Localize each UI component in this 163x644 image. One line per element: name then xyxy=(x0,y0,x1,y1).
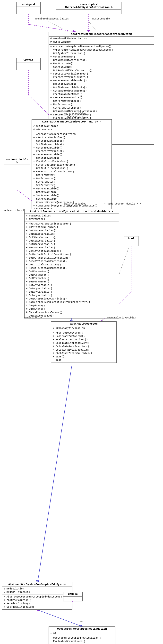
method-line: + save() xyxy=(53,355,115,359)
svg-line-28 xyxy=(89,22,97,32)
label-state-vars-params-2: mStateVariablesmParameters xyxy=(64,202,86,208)
method-line: # DumpState() xyxy=(26,308,117,311)
method-line: + GetAnyVariable() xyxy=(33,191,110,194)
label-mNumberOfStateVariables: mNumberOfStateVariables xyxy=(35,18,69,20)
attr-line: # mpSystemInfo xyxy=(50,40,153,44)
ode-coupled-heat-attributes: - mA xyxy=(49,631,115,636)
method-line: + HasAttribute() xyxy=(50,62,153,66)
method-line: + SetAnyVariable() xyxy=(26,294,117,297)
method-line: + GetStateVariables() xyxy=(33,140,110,143)
abstract-param-vector-attributes: # mStateVariables # mParameters xyxy=(32,124,112,132)
method-line: + rGetConstStateVariables() xyxy=(53,352,115,355)
abstract-param-vector-title: AbstractParameterisedSystem< VECTOR > xyxy=(32,120,112,124)
method-line: + OdeSystemForCoupledHeatEquation() xyxy=(50,636,114,640)
vector-box: VECTOR xyxy=(16,58,41,70)
method-line: + ResetTdInitialConditions() xyxy=(26,266,117,270)
label-mPdeSolution: mPdeSolution xyxy=(24,316,42,319)
method-line: + GetNumberOfAttributes() xyxy=(50,59,153,62)
attr-line: # mPdeSolutionSize xyxy=(4,591,71,594)
method-line: + AbstractParameterisedSystem() xyxy=(33,133,110,136)
abstract-ode-coupled-box: AbstractOdeSystemForCoupledPdeSystem # m… xyxy=(2,582,72,610)
method-line: + SetParameter() xyxy=(33,184,110,187)
method-line: + rGetPdeSolution() xyxy=(4,599,71,602)
label-mpSystemInfo: mpSystemInfo xyxy=(92,18,110,20)
method-line: + EvaluateYDerivatives() xyxy=(50,640,114,643)
method-line: + GetParameter() xyxy=(26,270,117,274)
attr-line: # mUseAnalyticJacobian xyxy=(53,327,115,330)
vector-title: VECTOR xyxy=(16,58,40,63)
method-line: + CalculateStoppingEvent() xyxy=(53,342,115,345)
abstract-param-double-attributes: # mStateVariables # mParameters xyxy=(24,214,119,222)
method-line: + HasStateVariable() xyxy=(50,82,153,86)
method-line: + ~AbstractOdeSystem() xyxy=(53,335,115,338)
method-line: + GetInitialConditions() xyxy=(33,167,110,170)
method-line: + ComputeDerivedQuantitiesFromCurrentSta… xyxy=(26,301,117,304)
unsigned-box: unsigned xyxy=(16,2,41,14)
method-line: + GetUseAnalyticJacobian() xyxy=(53,348,115,352)
attr-line: # mNumberOfStateVariables xyxy=(50,37,153,40)
abstract-untemplated-title: AbstractUntemplatedParameterisedSystem xyxy=(49,32,154,36)
svg-line-20 xyxy=(38,366,72,582)
abstract-param-double-title: AbstractParameterisedSystem< std::vector… xyxy=(24,209,119,214)
shared-ptr-section xyxy=(56,10,121,16)
method-line: + AbstractParameterisedSystem() xyxy=(26,222,117,226)
abstract-param-double-methods: + AbstractParameterisedSystem() + rGetSt… xyxy=(24,222,119,318)
ode-coupled-heat-box: OdeSystemForCoupledHeatEquation - mA + O… xyxy=(49,626,115,644)
method-line: + SetPdeSolution() xyxy=(4,602,71,606)
method-line: + SetParameter() xyxy=(33,180,110,184)
method-line: + SetAnyVariable() xyxy=(33,194,110,198)
method-line: + GetAnyVariable() xyxy=(33,187,110,191)
method-line: + rGetStateVariableUnits() xyxy=(50,76,153,79)
diagram-container: unsigned shared_ptr< AbstractOdeSystemIn… xyxy=(0,0,163,644)
label-state-vars-params-1: mStateVariablesmParameters xyxy=(64,112,86,118)
abstract-ode-system-box: AbstractOdeSystem # mUseAnalyticJacobian… xyxy=(51,322,117,363)
method-line: + rGetStateVariables() xyxy=(26,226,117,229)
bool-section xyxy=(124,241,138,246)
vector-double-section xyxy=(4,165,30,172)
method-line: + GetAnyVariable() xyxy=(26,284,117,287)
svg-line-1 xyxy=(28,24,74,32)
method-line: + rGetStateVariable() xyxy=(33,150,110,153)
abstract-ode-coupled-title: AbstractOdeSystemForCoupledPdeSystem xyxy=(2,582,72,587)
label-mUseAnalyticJacobian: mUseAnalyticJacobian xyxy=(107,316,136,319)
attr-line: # mStateVariables xyxy=(26,214,117,218)
vector-double-box: vector< double > xyxy=(4,157,30,169)
method-line: + SetDefaultInitialConditions() xyxy=(33,163,110,167)
method-line: + GetParameter() xyxy=(26,274,117,277)
method-line: + SetStateVariable() xyxy=(33,156,110,160)
ode-coupled-heat-title: OdeSystemForCoupledHeatEquation xyxy=(49,627,115,631)
method-line: + VerifyStateVariables() xyxy=(26,250,117,253)
method-line: + SetAnyVariable() xyxy=(33,198,110,201)
double-title: double xyxy=(63,592,82,596)
method-line: + VerifyStateVariables() xyxy=(33,160,110,163)
ode-coupled-heat-methods: + OdeSystemForCoupledHeatEquation() + Ev… xyxy=(49,636,115,644)
method-line: + AbstractOdeSystemForCoupledPdeSystem() xyxy=(4,595,71,599)
label-std-vector: < std::vector< double > > xyxy=(104,202,141,205)
method-line: + SetStateVariables() xyxy=(33,143,110,146)
abstract-untemplated-attributes: # mNumberOfStateVariables # mpSystemInfo xyxy=(49,36,154,44)
label-mPdeSolutionSize: mPdeSolutionSize xyxy=(4,210,27,212)
svg-line-27 xyxy=(49,22,68,32)
method-line: + GetStateVariable() xyxy=(26,239,117,243)
vector-section xyxy=(16,63,40,70)
shared-ptr-title: shared_ptr< AbstractOdeSystemInformation… xyxy=(56,2,121,10)
unsigned-title: unsigned xyxy=(16,2,40,7)
method-line: + ResetToInitialConditions() xyxy=(33,170,110,174)
attr-line: # mParameters xyxy=(33,128,110,132)
method-line: + AbstractUntemplatedParameterisedSystem… xyxy=(50,45,153,48)
method-line: + GetAnyVariable() xyxy=(26,287,117,290)
abstract-ode-coupled-methods: + AbstractOdeSystemForCoupledPdeSystem()… xyxy=(2,595,72,610)
bool-title: bool xyxy=(124,236,138,241)
method-line: + GetStateVariableIndex() xyxy=(50,79,153,82)
double-box: double xyxy=(63,592,83,602)
method-line: + HasParameter() xyxy=(50,103,153,106)
label-mA: mA xyxy=(80,620,83,623)
method-line: + GetSystemInformation() xyxy=(50,52,153,55)
abstract-ode-system-methods: + AbstractOdeSystem() + ~AbstractOdeSyst… xyxy=(51,331,116,362)
attr-line: # mStateVariables xyxy=(33,125,110,128)
method-line: + SetParameter() xyxy=(26,280,117,284)
bool-box: bool xyxy=(124,236,139,246)
method-line: + CalculateRootFunction() xyxy=(53,345,115,348)
method-line: + SetStateVariables() xyxy=(26,232,117,236)
method-line: + GetParameterIndex() xyxy=(50,100,153,103)
